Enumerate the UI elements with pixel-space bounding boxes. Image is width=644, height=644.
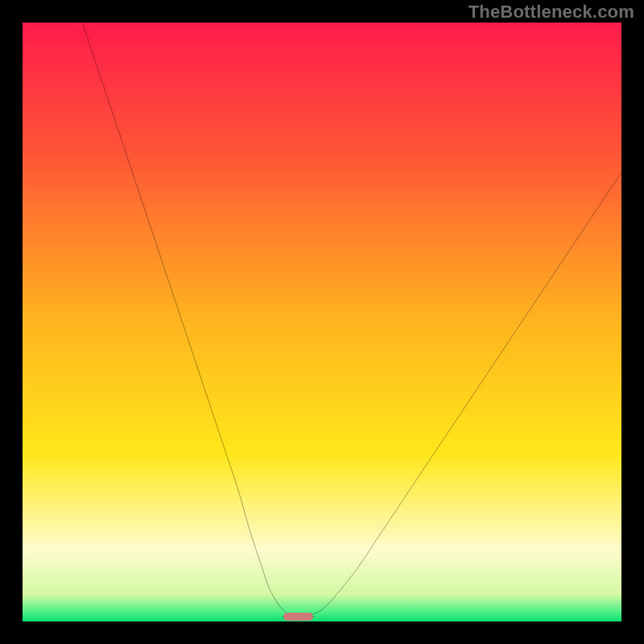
plot-area [23, 23, 621, 621]
curve-layer [23, 23, 621, 621]
curve-line [82, 23, 621, 617]
min-marker [283, 613, 313, 621]
watermark: TheBottleneck.com [469, 2, 634, 23]
chart-frame: TheBottleneck.com [0, 0, 644, 644]
